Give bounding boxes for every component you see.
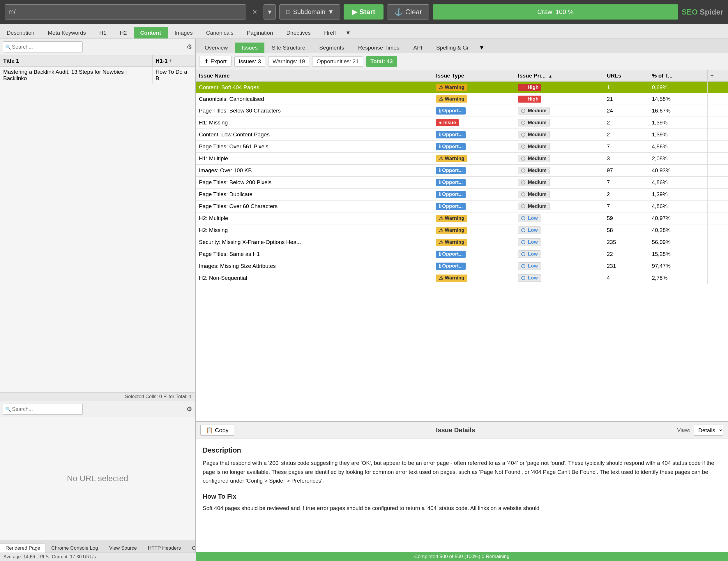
lower-search-input[interactable] xyxy=(3,404,83,415)
col-add[interactable]: + xyxy=(707,70,728,82)
cell-issue-name: Images: Over 100 KB xyxy=(196,165,433,177)
tab-meta-keywords[interactable]: Meta Keywords xyxy=(41,27,93,38)
type-badge: ⚠ Warning xyxy=(436,95,467,103)
lower-tab-http-headers[interactable]: HTTP Headers xyxy=(142,544,186,553)
table-row[interactable]: H1: Multiple ⚠ Warning Medium 3 2,08% xyxy=(196,153,728,165)
priority-badge: Medium xyxy=(518,155,550,162)
view-select[interactable]: Details xyxy=(694,425,723,436)
cell-pct: 40,97% xyxy=(649,212,707,224)
description-text: Pages that respond with a '200' status c… xyxy=(203,459,721,485)
avg-bar: Average: 14,66 URL/s. Current: 17,30 URL… xyxy=(0,553,196,561)
copy-button[interactable]: 📋 Copy xyxy=(200,425,234,436)
type-icon: ⚠ xyxy=(439,96,443,102)
table-row[interactable]: Content: Soft 404 Pages ⚠ Warning High 1… xyxy=(196,82,728,93)
table-row[interactable]: Content: Low Content Pages ℹ Opport... M… xyxy=(196,129,728,141)
table-row[interactable]: H2: Multiple ⚠ Warning Low 59 40,97% xyxy=(196,212,728,224)
tab-canonicals[interactable]: Canonicals xyxy=(199,27,240,38)
cell-issue-type: ℹ Opport... xyxy=(433,165,515,177)
table-row[interactable]: Page Titles: Below 200 Pixels ℹ Opport..… xyxy=(196,177,728,188)
url-dropdown[interactable]: ▼ xyxy=(264,4,276,20)
right-tab-more[interactable]: ▼ xyxy=(476,43,487,53)
filter-button[interactable]: ⚙ xyxy=(186,43,192,51)
cell-extra xyxy=(707,153,728,165)
table-row[interactable]: Mastering a Backlink Audit: 13 Steps for… xyxy=(0,67,195,84)
lower-filter-button[interactable]: ⚙ xyxy=(186,405,192,413)
col-issue-type[interactable]: Issue Type xyxy=(433,70,515,82)
tab-h2[interactable]: H2 xyxy=(113,27,133,38)
col-issue-name[interactable]: Issue Name xyxy=(196,70,433,82)
col-h1-1[interactable]: H1-1 + xyxy=(153,55,195,67)
lower-tab-view-source[interactable]: View Source xyxy=(104,544,142,553)
cell-issue-name: H2: Multiple xyxy=(196,212,433,224)
tab-hrefl[interactable]: Hrefl xyxy=(317,27,342,38)
tab-h1[interactable]: H1 xyxy=(93,27,113,38)
subdomain-button[interactable]: ⊞ Subdomain ▼ xyxy=(279,4,340,20)
table-row[interactable]: Page Titles: Over 60 Characters ℹ Opport… xyxy=(196,200,728,212)
lower-tab-chrome-console[interactable]: Chrome Console Log xyxy=(46,544,104,553)
cell-urls: 21 xyxy=(604,93,649,105)
tab-overview[interactable]: Overview xyxy=(198,43,234,53)
tab-images[interactable]: Images xyxy=(168,27,199,38)
cell-urls: 59 xyxy=(604,212,649,224)
table-row[interactable]: H2: Missing ⚠ Warning Low 58 40,28% xyxy=(196,224,728,236)
tab-spelling[interactable]: Spelling & Gr xyxy=(430,43,476,53)
tab-pagination[interactable]: Pagination xyxy=(240,27,280,38)
tab-more-button[interactable]: ▼ xyxy=(342,27,354,38)
start-button[interactable]: ▶ Start xyxy=(344,4,384,20)
start-label: Start xyxy=(359,8,375,16)
table-row[interactable]: Images: Over 100 KB ℹ Opport... Medium 9… xyxy=(196,165,728,177)
status-bar: Completed 500 of 500 (100%) 0 Remaining xyxy=(196,552,728,561)
table-row[interactable]: Page Titles: Duplicate ℹ Opport... Mediu… xyxy=(196,188,728,200)
col-urls[interactable]: URLs xyxy=(604,70,649,82)
tab-description[interactable]: Description xyxy=(0,27,41,38)
type-badge: ℹ Opport... xyxy=(436,250,466,258)
cell-issue-priority: Medium xyxy=(515,153,604,165)
close-button[interactable]: × xyxy=(250,6,260,18)
type-badge: ℹ Opport... xyxy=(436,191,466,198)
left-search-bar: 🔍 ⚙ xyxy=(0,39,195,55)
col-title1[interactable]: Title 1 xyxy=(0,55,153,67)
table-row[interactable]: Page Titles: Over 561 Pixels ℹ Opport...… xyxy=(196,141,728,153)
tab-content[interactable]: Content xyxy=(134,27,168,38)
export-button[interactable]: ⬆ Export xyxy=(199,56,232,67)
tab-response-times[interactable]: Response Times xyxy=(351,43,406,53)
cell-urls: 4 xyxy=(604,272,649,284)
cell-h1: How To Do a B xyxy=(153,67,195,84)
url-input[interactable] xyxy=(5,4,246,20)
tab-directives[interactable]: Directives xyxy=(280,27,317,38)
col-issue-priority[interactable]: Issue Pri... ▲ xyxy=(515,70,604,82)
col-pct[interactable]: % of T... xyxy=(649,70,707,82)
cell-pct: 40,28% xyxy=(649,224,707,236)
table-row[interactable]: Security: Missing X-Frame-Options Hea...… xyxy=(196,236,728,248)
cell-issue-priority: Low xyxy=(515,236,604,248)
left-search-input[interactable] xyxy=(3,41,83,52)
tab-api[interactable]: API xyxy=(407,43,429,53)
priority-badge: Low xyxy=(518,214,541,222)
cell-extra xyxy=(707,272,728,284)
type-badge: ℹ Opport... xyxy=(436,179,466,186)
table-row[interactable]: H2: Non-Sequential ⚠ Warning Low 4 2,78% xyxy=(196,272,728,284)
issue-details-title: Issue Details xyxy=(238,426,674,434)
add-column-button[interactable]: + xyxy=(169,58,172,64)
cell-pct: 0,69% xyxy=(649,82,707,93)
app-body: 🔍 ⚙ Title 1 H1-1 + Mastering a Backlink … xyxy=(0,39,728,561)
table-row[interactable]: Page Titles: Same as H1 ℹ Opport... Low … xyxy=(196,248,728,260)
clear-button[interactable]: ⚓ Clear xyxy=(387,4,429,20)
cell-issue-priority: Medium xyxy=(515,105,604,117)
lower-tab-rendered-page[interactable]: Rendered Page xyxy=(0,544,46,553)
table-row[interactable]: Page Titles: Below 30 Characters ℹ Oppor… xyxy=(196,105,728,117)
cell-pct: 15,28% xyxy=(649,248,707,260)
tab-site-structure[interactable]: Site Structure xyxy=(265,43,312,53)
table-row[interactable]: Canonicals: Canonicalised ⚠ Warning High… xyxy=(196,93,728,105)
tab-issues[interactable]: Issues xyxy=(235,43,264,53)
cell-issue-priority: High xyxy=(515,82,604,93)
crawl-progress-button[interactable]: Crawl 100 % xyxy=(433,4,678,20)
table-row[interactable]: H1: Missing ● Issue Medium 2 1,39% xyxy=(196,117,728,129)
spider-text: Spider xyxy=(698,8,723,16)
cell-urls: 24 xyxy=(604,105,649,117)
priority-circle xyxy=(521,133,525,137)
type-badge: ⚠ Warning xyxy=(436,239,467,246)
tab-segments[interactable]: Segments xyxy=(312,43,351,53)
right-tab-bar: Overview Issues Site Structure Segments … xyxy=(196,39,728,53)
table-row[interactable]: Images: Missing Size Attributes ℹ Opport… xyxy=(196,260,728,272)
